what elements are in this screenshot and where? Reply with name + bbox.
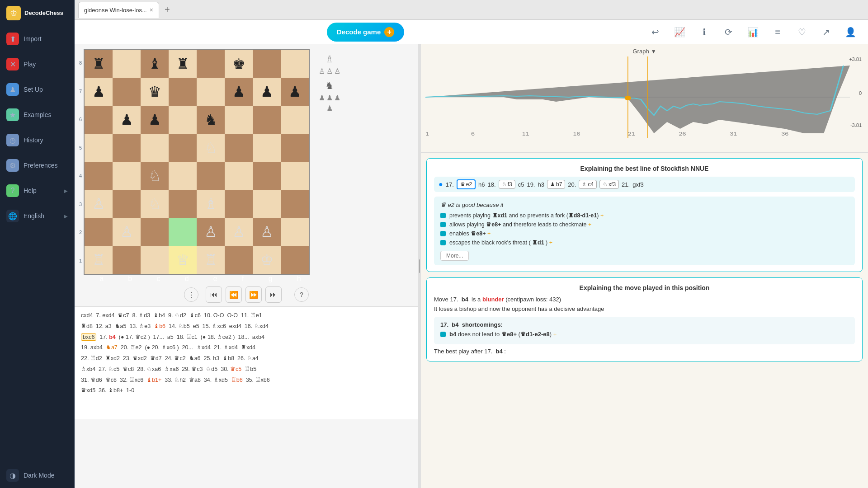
- sidebar-item-english[interactable]: 🌐 English ▶: [0, 203, 74, 229]
- sidebar-item-examples[interactable]: ★ Examples: [0, 102, 74, 127]
- square-f2[interactable]: ♙: [225, 218, 253, 246]
- square-a7[interactable]: ♟: [85, 78, 113, 106]
- chessboard[interactable]: ♜ ♝ ♜ ♚ ♟ ♛: [84, 49, 310, 275]
- square-g3[interactable]: [253, 190, 281, 218]
- sidebar-item-help[interactable]: ? Help ▶: [0, 178, 74, 203]
- square-e8[interactable]: [197, 50, 225, 78]
- move-b7[interactable]: ♟b7: [547, 180, 565, 189]
- sidebar-item-darkmode[interactable]: ◑ Dark Mode: [0, 463, 74, 488]
- share-button[interactable]: ↗: [818, 24, 835, 40]
- chevron-down-icon[interactable]: ▼: [651, 48, 656, 55]
- square-h6[interactable]: [281, 106, 309, 134]
- square-c3[interactable]: ♘: [141, 190, 169, 218]
- square-d3[interactable]: [169, 190, 197, 218]
- square-e5[interactable]: ♘: [197, 134, 225, 162]
- sidebar-item-import[interactable]: ⬆ Import: [0, 26, 74, 52]
- square-d4[interactable]: [169, 162, 197, 190]
- wave-button[interactable]: ♡: [794, 24, 810, 40]
- square-c2[interactable]: [141, 218, 169, 246]
- last-move-button[interactable]: ⏭: [265, 286, 282, 303]
- square-h3[interactable]: [281, 190, 309, 218]
- move-list[interactable]: cxd4 7. exd4 ♛c7 8. ♗d3 ♝b4 9. ♘d2 ♝c6 1…: [75, 306, 418, 419]
- square-f5[interactable]: [225, 134, 253, 162]
- square-e2[interactable]: ♙: [197, 218, 225, 246]
- square-h7[interactable]: ♟: [281, 78, 309, 106]
- square-c8[interactable]: ♝: [141, 50, 169, 78]
- square-b5[interactable]: [113, 134, 141, 162]
- prev-move-button[interactable]: ⏪: [226, 286, 242, 303]
- main-tab[interactable]: gideonse Win-lose-los... ×: [78, 2, 159, 18]
- square-h4[interactable]: [281, 162, 309, 190]
- square-e7[interactable]: [197, 78, 225, 106]
- square-g5[interactable]: [253, 134, 281, 162]
- tab-close-button[interactable]: ×: [150, 6, 153, 14]
- square-h1[interactable]: [281, 246, 309, 274]
- user-button[interactable]: 👤: [843, 24, 859, 40]
- square-a8[interactable]: ♜: [85, 50, 113, 78]
- square-d5[interactable]: [169, 134, 197, 162]
- square-e6[interactable]: ♞: [197, 106, 225, 134]
- square-f8[interactable]: ♚: [225, 50, 253, 78]
- square-d1[interactable]: ♕: [169, 246, 197, 274]
- square-d7[interactable]: [169, 78, 197, 106]
- arrows-button[interactable]: ⟳: [721, 24, 737, 40]
- bars-button[interactable]: 📊: [745, 24, 761, 40]
- square-g1[interactable]: ♔: [253, 246, 281, 274]
- square-e4[interactable]: [197, 162, 225, 190]
- square-f7[interactable]: ♟: [225, 78, 253, 106]
- square-b4[interactable]: [113, 162, 141, 190]
- square-h2[interactable]: [281, 218, 309, 246]
- move-e2[interactable]: ♛e2: [457, 179, 476, 189]
- square-c6[interactable]: ♟: [141, 106, 169, 134]
- square-f6[interactable]: [225, 106, 253, 134]
- square-b6[interactable]: ♟: [113, 106, 141, 134]
- decode-game-button[interactable]: Decode game +: [327, 23, 405, 42]
- square-b8[interactable]: [113, 50, 141, 78]
- square-c5[interactable]: [141, 134, 169, 162]
- square-a1[interactable]: ♖: [85, 246, 113, 274]
- square-g6[interactable]: [253, 106, 281, 134]
- square-d2[interactable]: [169, 218, 197, 246]
- graph-button[interactable]: 📈: [672, 24, 688, 40]
- evaluation-graph[interactable]: 1 6 11 16 21 26 31 36: [425, 56, 850, 138]
- square-c1[interactable]: [141, 246, 169, 274]
- square-g8[interactable]: [253, 50, 281, 78]
- back-button[interactable]: ↩: [647, 24, 664, 40]
- sidebar-item-history[interactable]: ◷ History: [0, 127, 74, 153]
- square-c4[interactable]: ♘: [141, 162, 169, 190]
- square-b1[interactable]: [113, 246, 141, 274]
- square-f4[interactable]: [225, 162, 253, 190]
- square-g4[interactable]: [253, 162, 281, 190]
- square-h5[interactable]: [281, 134, 309, 162]
- highlighted-move[interactable]: bxc6: [81, 333, 96, 341]
- square-a4[interactable]: [85, 162, 113, 190]
- square-e3[interactable]: ♗: [197, 190, 225, 218]
- square-b2[interactable]: ♙: [113, 218, 141, 246]
- move-f3[interactable]: ♘f3: [499, 180, 515, 189]
- square-c7[interactable]: ♛: [141, 78, 169, 106]
- options-menu-button[interactable]: ⋮: [184, 287, 198, 302]
- square-b7[interactable]: [113, 78, 141, 106]
- square-g2[interactable]: ♙: [253, 218, 281, 246]
- square-d8[interactable]: ♜: [169, 50, 197, 78]
- sidebar-item-play[interactable]: ✕ Play: [0, 52, 74, 77]
- move-xf3[interactable]: ♘xf3: [599, 180, 619, 189]
- square-f3[interactable]: [225, 190, 253, 218]
- sidebar-item-preferences[interactable]: ⚙ Preferences: [0, 153, 74, 178]
- square-a3[interactable]: ♙: [85, 190, 113, 218]
- next-move-button[interactable]: ⏩: [245, 286, 262, 303]
- square-g7[interactable]: ♟: [253, 78, 281, 106]
- square-h8[interactable]: [281, 50, 309, 78]
- square-a5[interactable]: [85, 134, 113, 162]
- first-move-button[interactable]: ⏮: [206, 286, 222, 303]
- square-a6[interactable]: [85, 106, 113, 134]
- square-d6[interactable]: [169, 106, 197, 134]
- more-button[interactable]: More...: [440, 251, 469, 261]
- list-button[interactable]: ≡: [769, 24, 786, 40]
- move-c4[interactable]: ♗c4: [579, 180, 597, 189]
- help-button[interactable]: ?: [294, 287, 309, 302]
- square-e1[interactable]: ♖: [197, 246, 225, 274]
- square-b3[interactable]: [113, 190, 141, 218]
- sidebar-item-setup[interactable]: ♟ Set Up: [0, 77, 74, 102]
- info-button[interactable]: ℹ: [696, 24, 712, 40]
